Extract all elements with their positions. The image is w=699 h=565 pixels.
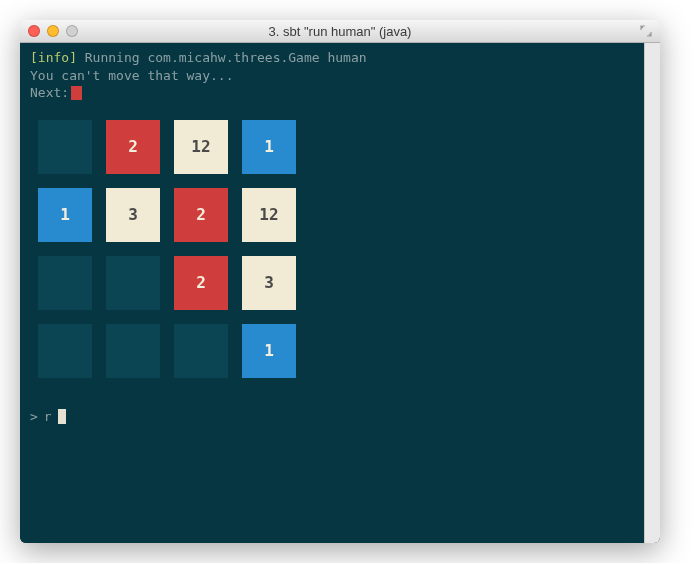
board-cell: 1 (242, 120, 296, 174)
terminal-wrap: [info] Running com.micahw.threes.Game hu… (20, 43, 660, 543)
traffic-lights (28, 25, 78, 37)
board-cell: 2 (106, 120, 160, 174)
close-icon[interactable] (28, 25, 40, 37)
game-board: 2 12 1 1 3 2 12 2 3 1 (38, 120, 634, 378)
prompt-symbol: > (30, 408, 38, 426)
zoom-icon[interactable] (66, 25, 78, 37)
status-message: You can't move that way... (30, 67, 634, 85)
scrollbar[interactable] (644, 43, 660, 543)
cursor-icon (58, 409, 66, 424)
board-cell: 1 (242, 324, 296, 378)
board-cell: 12 (242, 188, 296, 242)
minimize-icon[interactable] (47, 25, 59, 37)
next-label: Next: (30, 85, 69, 100)
board-cell: 2 (174, 188, 228, 242)
app-window: 3. sbt "run human" (java) [info] Running… (20, 20, 660, 543)
board-cell (106, 324, 160, 378)
board-cell (38, 120, 92, 174)
info-tag: [info] (30, 50, 77, 65)
titlebar: 3. sbt "run human" (java) (20, 20, 660, 43)
next-line: Next: (30, 84, 634, 102)
prompt-input: r (44, 408, 52, 426)
expand-icon[interactable] (640, 25, 652, 37)
next-tile-icon (71, 86, 82, 100)
board-cell (38, 324, 92, 378)
board-cell: 3 (106, 188, 160, 242)
window-title: 3. sbt "run human" (java) (20, 24, 660, 39)
board-cell: 2 (174, 256, 228, 310)
terminal[interactable]: [info] Running com.micahw.threes.Game hu… (20, 43, 644, 543)
board-cell (106, 256, 160, 310)
board-cell (38, 256, 92, 310)
board-cell (174, 324, 228, 378)
info-text: Running com.micahw.threes.Game human (77, 50, 367, 65)
board-cell: 1 (38, 188, 92, 242)
prompt-line[interactable]: > r (30, 408, 634, 426)
board-cell: 12 (174, 120, 228, 174)
info-line: [info] Running com.micahw.threes.Game hu… (30, 49, 634, 67)
board-cell: 3 (242, 256, 296, 310)
